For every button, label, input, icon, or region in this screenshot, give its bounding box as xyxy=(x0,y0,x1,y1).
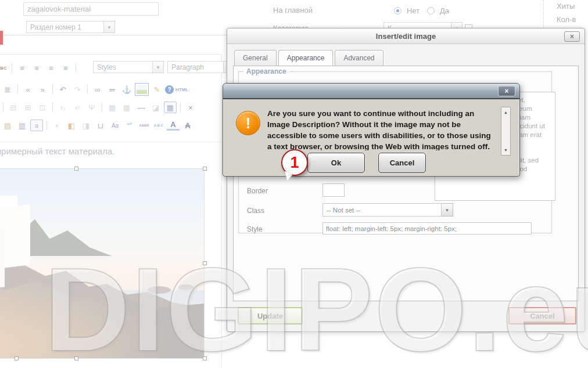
dialog-cancel-button[interactable]: Cancel xyxy=(508,307,576,324)
toolbar-separator xyxy=(12,63,12,73)
visual-aid-icon[interactable]: ▫ xyxy=(51,120,63,131)
acronym-icon[interactable]: A.B.C xyxy=(152,120,165,131)
indent-icon[interactable]: » xyxy=(36,84,49,95)
scroll-up-icon[interactable]: ▲ xyxy=(501,108,510,117)
resize-handle-bottom-left[interactable] xyxy=(15,356,19,360)
border-input[interactable] xyxy=(322,183,345,197)
hr-icon[interactable]: — xyxy=(135,102,148,113)
link-icon[interactable]: ∞ xyxy=(91,84,104,95)
insert-layer-icon[interactable]: ⊔ xyxy=(94,120,107,131)
spellcheck-icon[interactable]: ABC xyxy=(0,62,8,74)
align-center-icon[interactable]: ≡ xyxy=(30,62,43,74)
warning-icon: ! xyxy=(236,111,260,135)
toolbar-row-3: ⊟⊞⊡x₂x²Ψ▦▦—◪▦× xyxy=(1,100,197,115)
align-left-icon[interactable]: ≡ xyxy=(16,62,28,74)
hits-label: Хиты xyxy=(557,2,575,10)
resize-handle-top-right[interactable] xyxy=(203,167,207,171)
alert-titlebar[interactable] xyxy=(223,84,519,99)
paragraph-select-value: Paragraph xyxy=(167,61,224,73)
table-col-icon[interactable]: ▦ xyxy=(120,102,133,113)
tab-advanced[interactable]: Advanced xyxy=(335,50,383,66)
unlink-icon[interactable]: ∞ xyxy=(106,84,119,95)
abbr-icon[interactable]: ABBR xyxy=(138,120,150,131)
chevron-down-icon[interactable]: ▾ xyxy=(104,21,115,33)
scroll-down-icon[interactable]: ▼ xyxy=(501,146,510,154)
lighthouse-photo[interactable] xyxy=(0,168,205,359)
step-annotation-badge: 1 xyxy=(281,149,308,176)
blockquote-icon[interactable]: “” xyxy=(123,120,136,131)
align-justify-icon[interactable]: ≡ xyxy=(59,62,72,74)
toolbar-row-4: ▤▥a▫◧◨⊔Aa“”ABBRA.B.CAA xyxy=(1,118,194,133)
styles-select[interactable]: Styles ▾ xyxy=(93,61,164,73)
toolbar-separator xyxy=(102,103,102,112)
style-props-icon[interactable]: Aa xyxy=(109,120,121,131)
class-select[interactable]: -- Not set -- ▾ xyxy=(322,203,453,217)
ok-button[interactable]: Ok xyxy=(307,153,365,173)
cleanup-icon[interactable]: ✎ xyxy=(150,84,163,95)
frontpage-label: На главной xyxy=(273,6,313,15)
editor-sample-text[interactable]: примерный текст материала. xyxy=(0,146,114,156)
table-icon[interactable]: ▦ xyxy=(164,102,177,113)
help-icon[interactable]: ? xyxy=(165,85,174,94)
html-source-icon[interactable]: HTML xyxy=(175,84,188,95)
toolbar-bottom-border xyxy=(0,142,222,142)
count-label: Кол-в xyxy=(557,15,576,24)
dialog-titlebar[interactable]: Insert/edit image xyxy=(227,28,585,44)
subscript-icon[interactable]: x₂ xyxy=(56,102,69,113)
tab-appearance[interactable]: Appearance xyxy=(278,50,334,66)
tab-general[interactable]: General xyxy=(234,50,277,66)
photo-islet xyxy=(178,284,193,290)
paragraph-select[interactable]: Paragraph ▾ xyxy=(167,61,235,73)
redo-icon[interactable]: ↷ xyxy=(71,84,84,95)
radio-yes-label[interactable]: Да xyxy=(440,6,449,15)
alert-scrollbar[interactable]: ▲ ▼ xyxy=(501,107,511,156)
alert-message: Are you sure you want to continue withou… xyxy=(267,108,495,150)
toolbar-separator xyxy=(17,85,18,94)
clipped-red-icon xyxy=(0,31,3,45)
resize-handle-top-center[interactable] xyxy=(74,167,78,171)
radio-frontpage-no[interactable] xyxy=(394,7,401,15)
alert-cancel-button[interactable]: Cancel xyxy=(378,153,426,173)
toolbar-separator xyxy=(52,103,53,112)
chevron-down-icon[interactable]: ▾ xyxy=(442,203,453,217)
align-right-icon[interactable]: ≡ xyxy=(45,62,58,74)
resize-handle-bottom-right[interactable] xyxy=(203,356,207,360)
class-select-value: -- Not set -- xyxy=(322,203,442,217)
chevron-down-icon[interactable]: ▾ xyxy=(153,61,164,73)
anchor-icon[interactable]: ⚓ xyxy=(120,84,133,95)
table-row-icon[interactable]: ▦ xyxy=(106,102,119,113)
style-input[interactable] xyxy=(322,222,532,234)
paste-text-icon[interactable]: ▤ xyxy=(1,120,14,131)
toolbar-separator xyxy=(76,63,76,73)
eraser-icon[interactable]: ◪ xyxy=(149,102,162,113)
update-button[interactable]: Update xyxy=(238,307,303,324)
section-select[interactable]: Раздел номер 1 ▾ xyxy=(26,21,115,33)
class-label: Class xyxy=(247,207,264,215)
ins-icon[interactable]: ⊞ xyxy=(21,102,34,113)
numbered-list-icon[interactable]: ≣ xyxy=(1,84,14,95)
article-title-input[interactable] xyxy=(23,2,159,16)
cite-icon[interactable]: ⊟ xyxy=(7,102,20,113)
resize-handle-right-middle[interactable] xyxy=(203,261,207,265)
move-forward-icon[interactable]: ◧ xyxy=(65,120,78,131)
toolbar-separator xyxy=(87,85,88,94)
del-icon[interactable]: ⊡ xyxy=(36,102,49,113)
select-all-icon[interactable]: a xyxy=(30,120,43,131)
insert-image-icon[interactable] xyxy=(135,83,149,96)
close-editor-icon[interactable]: × xyxy=(184,102,197,113)
dialog-title: Insert/edit image xyxy=(376,32,436,41)
forecolor-icon[interactable]: A xyxy=(167,121,180,131)
superscript-icon[interactable]: x² xyxy=(71,102,84,113)
charmap-icon[interactable]: Ψ xyxy=(85,102,98,113)
paste-word-icon[interactable]: ▥ xyxy=(16,120,28,131)
move-backward-icon[interactable]: ◨ xyxy=(80,120,92,131)
radio-no-label[interactable]: Нет xyxy=(407,6,420,15)
close-icon[interactable]: × xyxy=(564,31,580,42)
outdent-icon[interactable]: « xyxy=(21,84,34,95)
undo-icon[interactable]: ↶ xyxy=(56,84,69,95)
toolbar-separator xyxy=(3,103,3,112)
close-icon[interactable]: × xyxy=(498,86,515,96)
strikethrough-icon[interactable]: A xyxy=(181,120,194,131)
radio-frontpage-yes[interactable] xyxy=(427,7,435,15)
resize-handle-bottom-center[interactable] xyxy=(74,356,78,360)
